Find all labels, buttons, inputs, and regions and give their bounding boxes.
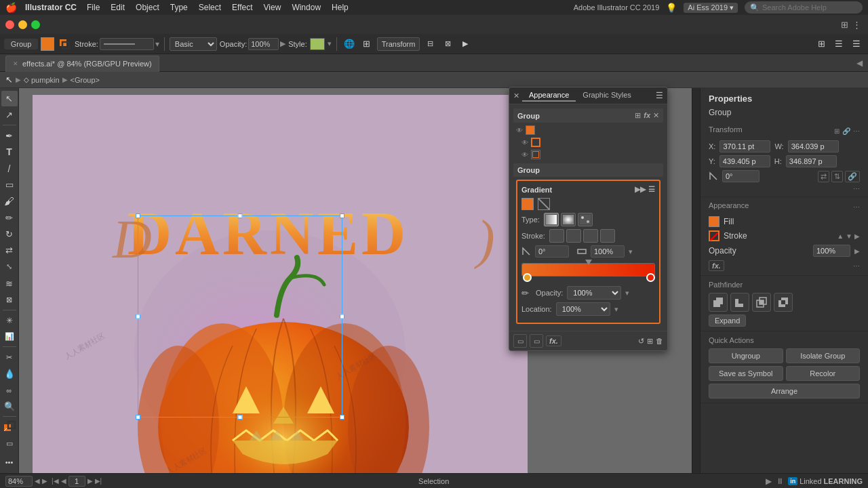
opacity-input[interactable]: [248, 38, 279, 50]
menu-type[interactable]: Type: [165, 0, 193, 15]
properties-toggle-icon[interactable]: ⊞: [814, 37, 829, 52]
menu-window[interactable]: Window: [287, 0, 326, 15]
window-close-button[interactable]: [5, 20, 14, 29]
fx-label[interactable]: fx.: [709, 260, 724, 271]
delete-icon[interactable]: ✕: [653, 111, 659, 120]
menu-object[interactable]: Object: [131, 0, 164, 15]
menu-help[interactable]: Help: [327, 0, 353, 15]
tab-close-icon[interactable]: ✕: [13, 60, 18, 67]
vertical-scrollbar[interactable]: [692, 88, 700, 473]
artboard-number-input[interactable]: [68, 476, 85, 487]
menu-edit[interactable]: Edit: [106, 0, 130, 15]
angle-input2[interactable]: [722, 170, 760, 182]
rotate-tool[interactable]: ↻: [1, 226, 18, 242]
stroke-swatch[interactable]: [709, 230, 719, 241]
transform-more-icon2[interactable]: ⋯: [853, 127, 860, 135]
flip-h-icon[interactable]: ⇄: [818, 171, 829, 182]
gradient-menu-icon[interactable]: ☰: [648, 185, 655, 194]
stroke-color-indicator[interactable]: [531, 138, 540, 147]
appearance-layer-fill[interactable]: 👁: [513, 124, 663, 136]
stroke-chevron-icon[interactable]: ▾: [155, 39, 159, 49]
fill-stroke-mini[interactable]: [1, 419, 18, 434]
globe-icon[interactable]: 🌐: [342, 37, 357, 52]
search-input[interactable]: [762, 3, 857, 12]
gradient-none-option[interactable]: [538, 198, 550, 210]
scale-tool[interactable]: ⤡: [1, 259, 18, 274]
pathfinder-minus-front-btn[interactable]: [730, 293, 749, 312]
play-icon[interactable]: ▶: [766, 476, 772, 486]
zoom-control[interactable]: ◀ ▶: [5, 476, 47, 487]
tools-more[interactable]: •••: [1, 455, 18, 470]
appearance-layer-stroke2[interactable]: 👁: [513, 148, 663, 161]
location-chevron[interactable]: ▾: [614, 305, 618, 314]
linear-gradient-btn[interactable]: [544, 213, 559, 226]
screen-mode-toggle[interactable]: ▭: [1, 436, 18, 451]
transform-align-icon[interactable]: ⊟: [422, 37, 437, 52]
blend-tool[interactable]: ∞: [1, 382, 18, 398]
panel-options-icon[interactable]: ⋮: [852, 20, 861, 30]
stroke-option4[interactable]: [600, 229, 615, 243]
style-swatch[interactable]: [310, 38, 325, 50]
new-item-icon[interactable]: ⊞: [635, 111, 641, 120]
libraries-icon[interactable]: ☰: [831, 37, 846, 52]
angle-input[interactable]: [535, 245, 569, 258]
free-transform-tool[interactable]: ⊠: [1, 292, 18, 308]
zoom-tool[interactable]: 🔍: [1, 399, 18, 414]
panel-new-icon[interactable]: ⊞: [647, 337, 653, 346]
pathfinder-intersect-btn[interactable]: [752, 293, 771, 312]
slice-tool[interactable]: ✂: [1, 349, 18, 365]
lightbulb-icon[interactable]: 💡: [666, 3, 677, 13]
stroke-indicator2[interactable]: [531, 150, 540, 159]
panel-delete-icon[interactable]: 🗑: [656, 337, 663, 346]
document-tab[interactable]: ✕ effects.ai* @ 84% (RGB/GPU Preview): [5, 56, 159, 72]
stroke-option1[interactable]: [549, 229, 564, 243]
stroke-option3[interactable]: [583, 229, 598, 243]
menu-view[interactable]: View: [259, 0, 286, 15]
appearance-layer-stroke[interactable]: 👁: [513, 136, 663, 148]
artboard-prev-icon[interactable]: |◀: [52, 477, 59, 485]
selection-tool[interactable]: ↖: [1, 91, 18, 106]
flip-v-icon[interactable]: ⇅: [831, 171, 843, 182]
pencil-tool[interactable]: ✏: [1, 210, 18, 226]
window-maximize-button[interactable]: [31, 20, 40, 29]
style-chevron-icon[interactable]: ▾: [328, 39, 332, 48]
breadcrumb-item-group[interactable]: <Group>: [71, 76, 100, 84]
zoom-up-icon[interactable]: ▶: [42, 477, 47, 485]
menu-select[interactable]: Select: [194, 0, 226, 15]
tab-graphic-styles[interactable]: Graphic Styles: [576, 89, 638, 102]
ungroup-button[interactable]: Ungroup: [709, 348, 783, 363]
artboard-forward-icon[interactable]: ▶: [87, 477, 93, 485]
grid-icon[interactable]: ⊞: [359, 37, 374, 52]
transform-distribute-icon[interactable]: ⊠: [440, 37, 455, 52]
isolate-group-button[interactable]: Isolate Group: [786, 348, 861, 363]
stroke-up-icon[interactable]: ▲: [837, 232, 844, 240]
direct-selection-tool[interactable]: ↗: [1, 107, 18, 123]
search-box[interactable]: 🔍: [745, 1, 863, 14]
apple-menu[interactable]: 🍎: [5, 2, 17, 13]
angle-chevron[interactable]: ▾: [629, 247, 633, 256]
stroke-down-icon[interactable]: ▼: [846, 232, 852, 240]
expand-button[interactable]: Expand: [709, 314, 746, 327]
w-input[interactable]: [788, 140, 839, 152]
pathfinder-unite-btn[interactable]: [709, 293, 728, 312]
fx-icon[interactable]: fx: [644, 111, 650, 120]
pause-icon[interactable]: ⏸: [776, 476, 784, 486]
stroke-option2[interactable]: [566, 229, 581, 243]
new-stroke-icon[interactable]: ▭: [530, 334, 543, 348]
transform-grid-icon[interactable]: ⊞: [834, 127, 840, 135]
arrange-button[interactable]: Arrange: [709, 384, 860, 399]
tab-appearance[interactable]: Appearance: [522, 89, 576, 102]
aspect-input[interactable]: [591, 245, 625, 258]
warp-tool[interactable]: ≋: [1, 276, 18, 291]
fx-button[interactable]: fx.: [546, 336, 561, 346]
pen-tool[interactable]: ✒: [1, 127, 18, 143]
opacity-value-input[interactable]: [813, 245, 850, 257]
column-graph-tool[interactable]: 📊: [1, 329, 18, 344]
h-input[interactable]: [786, 155, 837, 167]
workspace-selector[interactable]: Ai Ess 2019 ▾: [684, 3, 738, 13]
visibility-icon2[interactable]: 👁: [521, 139, 528, 146]
artboard-last-icon[interactable]: ▶|: [95, 477, 102, 485]
visibility-icon[interactable]: 👁: [516, 127, 523, 134]
fill-color-indicator[interactable]: [526, 125, 535, 135]
zoom-input[interactable]: [5, 476, 33, 487]
